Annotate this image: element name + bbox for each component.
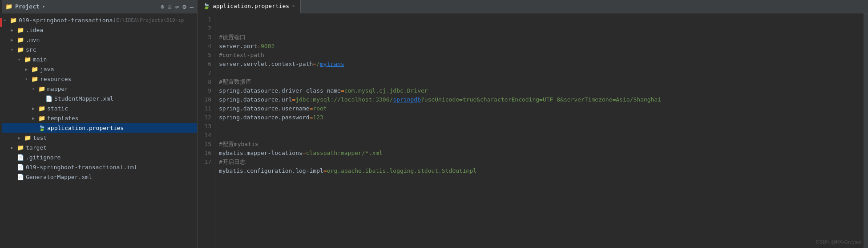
folder-icon: 📁 [5,3,12,10]
tree-arrow: ▶ [11,145,17,150]
tree-item-label: test [33,134,47,141]
tree-item-icon: 📁 [17,46,24,53]
tree-item-templates[interactable]: ▶📁templates [2,113,197,123]
code-line: #配置数据库 [219,77,860,86]
line-number: 8 [199,77,211,86]
code-equals: = [313,60,316,69]
code-key: spring.datasource.driver-class-name [219,86,341,95]
tree-item-studentmapper[interactable]: 📄StudentMapper.xml [2,94,197,103]
tree-item-java[interactable]: ▶📁java [2,64,197,74]
tree-item-label: java [40,66,54,73]
tree-arrow: ▾ [4,18,10,23]
tree-item-iml[interactable]: 📄019-springboot-transactional.iml [2,162,197,172]
tree-item-icon: 📁 [17,37,24,43]
code-equals: = [323,167,327,175]
code-value: com.mysql.cj.jdbc.Driver [344,86,428,95]
code-line [219,122,860,131]
tree-arrow: ▶ [25,67,31,72]
tree-item-label: StudentMapper.xml [54,95,113,102]
tree-item-static[interactable]: ▶📁static [2,103,197,113]
line-number: 10 [199,95,211,104]
tree-item-mapper[interactable]: ▾📁mapper [2,84,197,94]
line-number: 17 [199,158,211,167]
tree-item-icon: 📁 [24,134,31,141]
code-editor[interactable]: #设置端口server.port=9002#context-pathserver… [215,13,864,248]
code-line: #配置mybatis [219,140,860,149]
tree-item-test[interactable]: ▶📁test [2,133,197,142]
settings-icon[interactable]: ⚙ [182,3,186,10]
locate-icon[interactable]: ⊕ [161,3,164,10]
tree-item-icon: 📁 [24,56,31,63]
code-value-after: ?useUnicode=true&characterEncoding=UTF-8… [421,95,661,104]
editor-content: 1234567891011121314151617 #设置端口server.po… [198,13,868,248]
line-number: 12 [199,113,211,122]
tree-arrow: ▶ [18,135,24,140]
tree-item-icon: 🍃 [38,125,45,131]
line-number: 3 [199,33,211,42]
tree-item-mvn[interactable]: ▶📁.mvn [2,35,197,45]
code-value: jdbc:mysql://localhost:3306/ [295,95,393,104]
code-comment: #配置mybatis [219,140,258,149]
tree-item-target[interactable]: ▶📁target [2,142,197,152]
code-line: #开启日志 [219,158,860,167]
tree-item-src[interactable]: ▾📁src [2,45,197,54]
code-link[interactable]: mytrans [320,60,344,69]
code-line [219,69,860,77]
line-number: 7 [199,69,211,77]
tree-arrow: ▾ [18,57,24,62]
tree-item-icon: 📁 [38,85,45,92]
watermark: CSDN @KK-Greyson [816,239,863,244]
code-line: spring.datasource.driver-class-name=com.… [219,86,860,95]
code-key: spring.datasource.password [219,113,310,122]
tree-item-label: application.properties [47,125,124,131]
code-key: spring.datasource.username [219,104,310,113]
code-key: spring.datasource.url [219,95,292,104]
tree-arrow: ▾ [32,86,38,91]
tree-item-resources[interactable]: ▾📁resources [2,74,197,84]
code-line [219,175,860,184]
scrollbar[interactable] [864,13,868,248]
code-equals: = [341,86,344,95]
tree-item-main[interactable]: ▾📁main [2,54,197,64]
dropdown-icon[interactable]: ▾ [42,4,45,9]
tab-bar: 🍃 application.properties × [198,0,868,13]
tree-item-label: 019-springboot-transactional [19,17,116,24]
tree-item-appprops[interactable]: 🍃application.properties [2,123,197,133]
code-comment: #context-path [219,51,264,60]
tree-item-label: GeneratorMapper.xml [26,174,92,180]
code-equals: = [303,149,306,158]
sidebar-toolbar: ⊕ ≡ ⇌ ⚙ — [161,3,194,10]
minimize-icon[interactable]: — [190,3,194,10]
line-number: 16 [199,149,211,158]
code-line: server.port=9002 [219,42,860,51]
code-key: server.port [219,42,257,51]
line-number: 2 [199,24,211,33]
tab-close-button[interactable]: × [292,3,295,9]
tree-item-gitignore[interactable]: 📄.gitignore [2,152,197,162]
tree-item-label: mapper [47,85,68,92]
tree-item-genmapper[interactable]: 📄GeneratorMapper.xml [2,172,197,182]
line-number: 14 [199,131,211,140]
tree-item-root[interactable]: ▾📁019-springboot-transactional E:\IDEA\P… [2,15,197,25]
collapse-icon[interactable]: ≡ [168,3,171,10]
sidebar-title[interactable]: 📁 Project ▾ [5,3,45,10]
code-link[interactable]: springdb [393,95,421,104]
tab-application-properties[interactable]: 🍃 application.properties × [198,0,301,13]
code-comment: #配置数据库 [219,77,251,86]
code-key: mybatis.configuration.log-impl [219,167,323,175]
code-line: mybatis.mapper-locations=classpath:mappe… [219,149,860,158]
line-number: 1 [199,15,211,24]
sidebar-title-text: Project [15,3,40,10]
code-line [219,131,860,140]
code-equals: = [310,104,313,113]
code-line: #context-path [219,51,860,60]
tree-item-icon: 📄 [17,154,24,161]
line-number: 9 [199,86,211,95]
code-line: server.servlet.context-path=/mytrans [219,60,860,69]
tree-arrow: ▶ [11,28,17,33]
code-equals: = [257,42,261,51]
tree-item-idea[interactable]: ▶📁.idea [2,25,197,35]
expand-icon[interactable]: ⇌ [175,3,179,10]
tree-item-label: .idea [26,27,43,33]
tree-item-icon: 📁 [31,66,38,73]
